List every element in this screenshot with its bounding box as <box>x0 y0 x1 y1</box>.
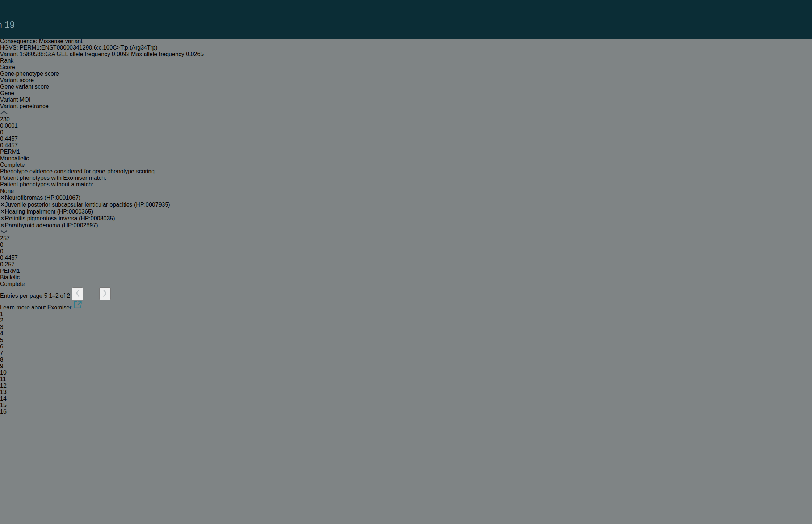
annotation-badge-14: 14 <box>0 396 812 402</box>
annotation-badge-4: 4 <box>0 330 812 337</box>
rank-value: 230 <box>0 116 812 123</box>
background-app-header: n 19 <box>0 0 812 39</box>
annotation-badge-2: 2 <box>0 317 812 324</box>
collapse-row-button[interactable] <box>0 110 812 116</box>
annotation-badge-11: 11 <box>0 376 812 383</box>
annotation-badge-3: 3 <box>0 324 812 330</box>
external-link-icon <box>73 300 83 309</box>
hgvs-line: HGVS: PERM1:ENST00000341290.6:c.100C>T:p… <box>0 45 812 51</box>
background-table-right-edge <box>800 39 812 524</box>
matched-phenotypes-heading: Patient phenotypes with Exomiser match: <box>0 175 812 181</box>
expanded-phenotype-panel: Phenotype evidence considered for gene-p… <box>0 168 812 229</box>
variant-penetrance-value: Complete <box>0 281 812 287</box>
col-header-rank: Rank <box>0 58 812 64</box>
unmatched-phenotype-item: ✕Retinitis pigmentosa inversa (HP:000803… <box>0 215 812 222</box>
chevron-left-icon <box>75 288 80 298</box>
exomiser-dialog: Exomiser Variant evidence considered for… <box>0 11 812 415</box>
annotation-badge-1: 1 <box>0 311 812 317</box>
col-header-variant-score: Variant score <box>0 77 812 84</box>
variant-moi-value: Biallelic <box>0 274 812 281</box>
rank-value: 257 <box>0 235 812 242</box>
pagination-range: 1–2 of 2 <box>49 293 70 299</box>
table-pagination: Entries per page 5 1–2 of 2 <box>0 287 812 300</box>
background-highlighted-row <box>0 39 16 98</box>
background-table-left-edge <box>0 39 16 524</box>
background-header-text: n 19 <box>0 20 15 30</box>
exomiser-table: Rank Score Gene-phenotype score Variant … <box>0 58 812 300</box>
entries-per-page-select[interactable]: 5 <box>44 293 49 299</box>
unmatched-phenotypes-heading: Patient phenotypes without a match: <box>0 181 812 188</box>
gene-variant-score-value: 0.257 <box>0 261 812 268</box>
unmatched-phenotype-item: ✕Parathyroid adenoma (HP:0002897) <box>0 222 812 229</box>
annotation-badge-6: 6 <box>0 343 812 350</box>
matched-phenotypes-value: None <box>0 188 812 194</box>
annotation-badge-13: 13 <box>0 389 812 396</box>
frequency-line: Variant 1:980588:G:A GEL allele frequenc… <box>0 51 812 58</box>
next-page-button[interactable] <box>99 287 111 300</box>
unmatched-phenotype-item: ✕Neurofibromas (HP:0001067) <box>0 194 812 201</box>
table-row-1: 230 0.0001 0 0.4457 0.4457 PERM1 Monoall… <box>0 110 812 168</box>
expand-row-button[interactable] <box>0 229 812 235</box>
col-header-variant-penetrance: Variant penetrance <box>0 103 812 110</box>
gel-allele-frequency: GEL allele frequency 0.0092 <box>56 51 129 57</box>
score-value: 0 <box>0 242 812 248</box>
chevron-right-icon <box>102 288 108 298</box>
col-header-gene-phenotype-score: Gene-phenotype score <box>0 71 812 77</box>
col-header-gene: Gene <box>0 90 812 97</box>
previous-page-button[interactable] <box>72 287 83 300</box>
consequence-line: Consequence: Missense variant <box>0 38 812 45</box>
phenotype-evidence-heading: Phenotype evidence considered for gene-p… <box>0 168 812 175</box>
table-row-2: 257 0 0 0.4457 0.257 PERM1 Biallelic Com… <box>0 229 812 287</box>
score-value: 0.0001 <box>0 123 812 129</box>
variant-penetrance-value: Complete <box>0 162 812 168</box>
gene-phenotype-score-value: 0 <box>0 129 812 136</box>
col-header-score: Score <box>0 64 812 71</box>
col-header-gene-variant-score: Gene variant score <box>0 84 812 90</box>
variant-moi-value: Monoallelic <box>0 155 812 162</box>
unmatched-phenotype-item: ✕Hearing impairment (HP:0000365) <box>0 208 812 215</box>
table-header-row: Rank Score Gene-phenotype score Variant … <box>0 58 812 110</box>
annotation-badge-8: 8 <box>0 356 812 363</box>
gene-variant-score-value: 0.4457 <box>0 142 812 149</box>
annotation-badge-12: 12 <box>0 383 812 389</box>
annotation-badge-15: 15 <box>0 402 812 409</box>
annotation-badge-10: 10 <box>0 369 812 376</box>
gene-phenotype-score-value: 0 <box>0 248 812 255</box>
annotation-badge-16: 16 <box>0 409 812 415</box>
annotation-badge-7: 7 <box>0 350 812 356</box>
annotation-badge-9: 9 <box>0 363 812 369</box>
variant-score-value: 0.4457 <box>0 255 812 261</box>
col-header-variant-moi: Variant MOI <box>0 97 812 103</box>
max-allele-frequency: Max allele frequency 0.0265 <box>131 51 204 57</box>
unmatched-phenotype-item: ✕Juvenile posterior subcapsular lenticul… <box>0 201 812 208</box>
variant-score-value: 0.4457 <box>0 136 812 142</box>
annotation-badge-5: 5 <box>0 337 812 343</box>
